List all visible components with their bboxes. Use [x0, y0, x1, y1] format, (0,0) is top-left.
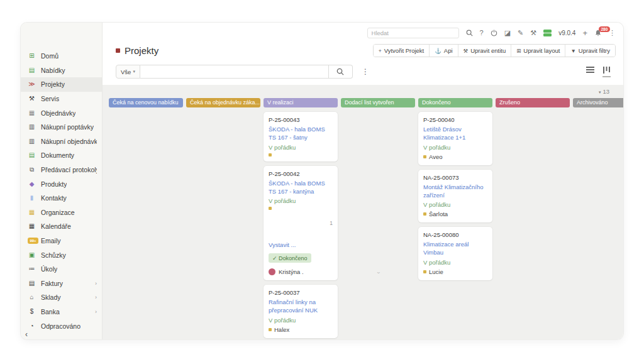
sidebar: ⊞ Domů ▤ Nabídky ≫ Projekty ⚒ Servis ▦ O… [21, 23, 103, 339]
sidebar-item-organizations[interactable]: ▦ Organizace [21, 206, 102, 220]
sidebar-item-meetings[interactable]: ▣ Schůzky [21, 248, 102, 262]
sidebar-collapse-button[interactable]: ‹ [25, 330, 38, 339]
eraser-icon[interactable]: ◪ [504, 30, 511, 36]
sidebar-item-purchase-requests[interactable]: ▥ Nákupní poptávky [21, 120, 102, 134]
api-button[interactable]: ⚓ Api [429, 45, 457, 57]
entity-color-icon [116, 48, 120, 53]
assignee-row [269, 153, 333, 156]
help-icon[interactable]: ? [480, 30, 484, 36]
kanban-card[interactable]: P-25-00040 Letiště Drásov Klimatizace 1+… [418, 112, 492, 165]
meeting-calendar-icon: ▣ [28, 252, 36, 258]
notifications-button[interactable]: 280 [594, 30, 602, 37]
search-icon[interactable] [466, 30, 473, 36]
sidebar-item-purchase-orders[interactable]: ▥ Nákupní objednávky [21, 134, 102, 149]
sidebar-item-emails[interactable]: 99+ Emaily [21, 234, 102, 248]
sidebar-item-products[interactable]: ◆ Produkty [21, 177, 102, 191]
sidebar-item-service[interactable]: ⚒ Servis [21, 92, 102, 106]
kanban-card[interactable]: P-25-00042 ŠKODA - hala BOMS TS 167 - ka… [264, 166, 338, 281]
sidebar-item-contacts[interactable]: ▮ Kontakty [21, 191, 102, 206]
person-row: Kristýna . [269, 268, 333, 275]
create-project-button[interactable]: + Vytvořit Projekt [374, 45, 430, 57]
page-title: Projekty [116, 45, 158, 56]
sidebar-item-label: Úkoly [41, 265, 57, 273]
brush-icon[interactable]: ✎ [518, 30, 523, 36]
assignee-row: Aveo [423, 153, 487, 160]
project-status: V pořádku [269, 317, 333, 324]
column-header: Čeká na cenovou nabídku [109, 98, 183, 107]
contact-card-icon: ▮ [28, 195, 36, 201]
kanban-view-icon [602, 67, 611, 74]
project-number: P-25-00037 [269, 289, 333, 296]
sidebar-item-invoices[interactable]: ▤ Faktury › [21, 277, 102, 291]
power-icon[interactable] [491, 30, 497, 36]
plus-icon: + [379, 48, 382, 54]
sidebar-item-warehouses[interactable]: ⌂ Sklady › [21, 290, 102, 305]
calendar-icon: ▦ [28, 223, 36, 229]
project-name-link[interactable]: Montáž Klimatizačního zařízení [423, 183, 487, 200]
column-header: Čeká na objednávku záka... [186, 98, 260, 107]
assignee-bullet-icon [423, 270, 426, 273]
project-status: V pořádku [423, 259, 487, 266]
notification-count-badge: 280 [599, 26, 610, 33]
sidebar-item-label: Objednávky [41, 109, 75, 117]
column-collapse-icon[interactable]: › [341, 270, 415, 276]
basket-icon: ▥ [28, 138, 36, 145]
list-search-button[interactable] [329, 65, 353, 79]
kanban-card[interactable]: P-25-00043 ŠKODA - hala BOMS TS 167 - ša… [264, 112, 338, 162]
kanban-card[interactable]: P-25-00037 Rafinační linky na přepracová… [264, 285, 338, 338]
sidebar-item-tasks[interactable]: ≔ Úkoly [21, 262, 102, 277]
sidebar-item-documents[interactable]: ▤ Dokumenty [21, 148, 102, 163]
project-name-link[interactable]: ŠKODA - hala BOMS TS 167 - šatny [269, 125, 333, 142]
double-chevron-icon: ≫ [28, 81, 36, 87]
kanban-card[interactable]: NA-25-00080 Klimatizace areál Vimbau V p… [418, 227, 492, 280]
sidebar-item-orders[interactable]: ▦ Objednávky [21, 106, 102, 120]
project-name-link[interactable]: Letiště Drásov Klimatizace 1+1 [423, 125, 487, 142]
hammer-icon[interactable]: ⚒ [530, 30, 536, 36]
issue-link[interactable]: Vystavit ... [269, 241, 333, 248]
project-number: P-25-00043 [269, 116, 333, 123]
sidebar-item-label: Kalendáře [41, 222, 71, 230]
page-header: Projekty + Vytvořit Projekt ⚓ Api ⚒ Upra… [103, 39, 623, 57]
kanban-card[interactable]: NA-25-00073 Montáž Klimatizačního zaříze… [418, 170, 492, 223]
scope-dropdown[interactable]: Vše ▾ [116, 65, 140, 79]
sidebar-item-calendars[interactable]: ▦ Kalendáře [21, 219, 102, 234]
sidebar-item-label: Projekty [41, 80, 65, 88]
edit-layout-button[interactable]: ⊞ Upravit layout [511, 45, 565, 57]
more-menu-icon[interactable]: ⋮ [609, 30, 616, 36]
list-search-input[interactable] [140, 65, 329, 79]
box-icon: ▦ [28, 110, 36, 116]
edit-entity-button[interactable]: ⚒ Upravit entitu [458, 45, 511, 57]
assignee-bullet-icon [269, 153, 272, 156]
sidebar-item-home[interactable]: ⊞ Domů [21, 49, 102, 63]
plus-icon[interactable]: + [582, 29, 587, 37]
project-name-link[interactable]: Klimatizace areál Vimbau [423, 240, 487, 257]
project-status: V pořádku [269, 197, 333, 204]
sidebar-item-quotes[interactable]: ▤ Nabídky [21, 63, 102, 78]
record-count[interactable]: ▾13 [109, 85, 617, 98]
sidebar-item-label: Schůzky [41, 251, 66, 259]
chevron-right-icon: › [95, 309, 97, 315]
column-header: V realizaci [264, 98, 338, 107]
basket-icon: ▥ [28, 124, 36, 130]
column-header: Zrušeno [496, 98, 570, 107]
list-view-button[interactable] [586, 67, 594, 76]
sidebar-item-label: Nákupní poptávky [41, 123, 94, 131]
server-status-icon[interactable] [543, 30, 552, 36]
sidebar-item-handover-protocols[interactable]: ⧉ Předávací protokoly [21, 163, 102, 177]
list-options-menu[interactable]: ⋮ [362, 67, 369, 76]
sidebar-item-projects[interactable]: ≫ Projekty [21, 77, 102, 92]
assignee-row: Halex [269, 326, 333, 333]
sidebar-item-label: Dokumenty [41, 151, 74, 159]
sidebar-item-label: Produkty [41, 180, 67, 188]
sidebar-item-label: Domů [41, 52, 58, 60]
wrench-icon: ⚒ [464, 48, 469, 54]
global-search-input[interactable] [367, 28, 459, 38]
project-name-link[interactable]: Rafinační linky na přepracování NUK [269, 298, 333, 315]
kanban-column-in-progress: V realizaci P-25-00043 ŠKODA - hala BOMS… [264, 98, 338, 338]
project-name-link[interactable]: ŠKODA - hala BOMS TS 167 - kantýna [269, 179, 333, 196]
header-actions: + Vytvořit Projekt ⚓ Api ⚒ Upravit entit… [373, 44, 616, 57]
kanban-view-button[interactable] [602, 67, 611, 77]
column-header: Dodací list vytvořen [341, 98, 415, 107]
edit-filters-button[interactable]: ▼ Upravit filtry [565, 45, 615, 57]
sidebar-item-bank[interactable]: $ Banka › [21, 305, 102, 319]
